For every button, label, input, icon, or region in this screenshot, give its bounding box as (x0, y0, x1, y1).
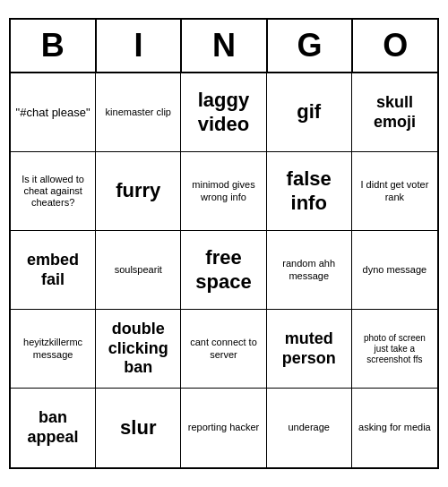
bingo-cell-14[interactable]: dyno message (352, 231, 437, 310)
bingo-cell-18[interactable]: muted person (267, 310, 352, 389)
header-g: G (268, 20, 354, 72)
bingo-cell-24[interactable]: asking for media (352, 389, 437, 467)
bingo-card: B I N G O "#chat please"kinemaster clipl… (9, 18, 439, 469)
bingo-cell-11[interactable]: soulspearit (96, 231, 181, 310)
bingo-cell-1[interactable]: kinemaster clip (96, 73, 181, 152)
bingo-cell-20[interactable]: ban appeal (11, 389, 96, 467)
bingo-cell-5[interactable]: Is it allowed to cheat against cheaters? (11, 152, 96, 231)
header-b: B (11, 20, 97, 72)
bingo-cell-22[interactable]: reporting hacker (181, 389, 266, 467)
bingo-cell-7[interactable]: minimod gives wrong info (181, 152, 266, 231)
bingo-cell-0[interactable]: "#chat please" (11, 73, 96, 152)
header-o: O (353, 20, 437, 72)
bingo-cell-19[interactable]: photo of screen just take a screenshot f… (352, 310, 437, 389)
bingo-cell-15[interactable]: heyitzkillermc message (11, 310, 96, 389)
bingo-cell-9[interactable]: I didnt get voter rank (352, 152, 437, 231)
bingo-cell-4[interactable]: skull emoji (352, 73, 437, 152)
bingo-cell-6[interactable]: furry (96, 152, 181, 231)
bingo-cell-12[interactable]: free space (181, 231, 266, 310)
bingo-header: B I N G O (11, 20, 437, 73)
bingo-cell-2[interactable]: laggy video (181, 73, 266, 152)
bingo-cell-23[interactable]: underage (267, 389, 352, 467)
bingo-cell-10[interactable]: embed fail (11, 231, 96, 310)
header-n: N (182, 20, 268, 72)
bingo-cell-3[interactable]: gif (267, 73, 352, 152)
bingo-cell-21[interactable]: slur (96, 389, 181, 467)
bingo-grid: "#chat please"kinemaster cliplaggy video… (11, 73, 437, 467)
bingo-cell-16[interactable]: double clicking ban (96, 310, 181, 389)
bingo-cell-13[interactable]: random ahh message (267, 231, 352, 310)
bingo-cell-8[interactable]: false info (267, 152, 352, 231)
header-i: I (97, 20, 183, 72)
bingo-cell-17[interactable]: cant connect to server (181, 310, 266, 389)
